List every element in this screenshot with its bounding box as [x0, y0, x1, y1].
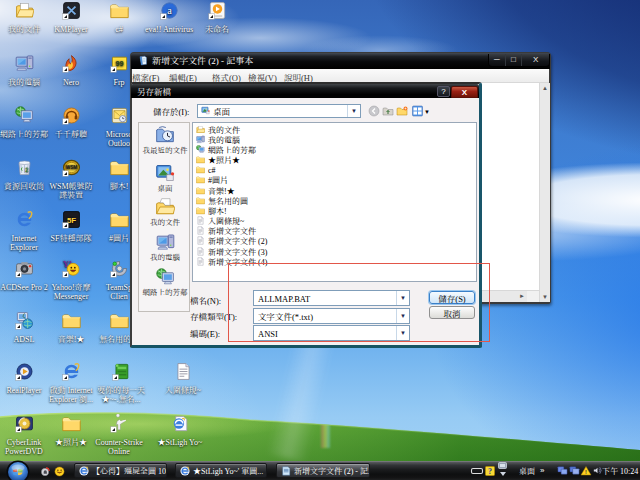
svg-text:WSM: WSM [65, 165, 77, 170]
svg-text:99: 99 [115, 60, 123, 68]
svg-text:a: a [167, 5, 172, 16]
svg-text:!: ! [585, 469, 587, 475]
svg-text:?: ? [488, 467, 492, 476]
svg-text:2: 2 [25, 168, 28, 173]
